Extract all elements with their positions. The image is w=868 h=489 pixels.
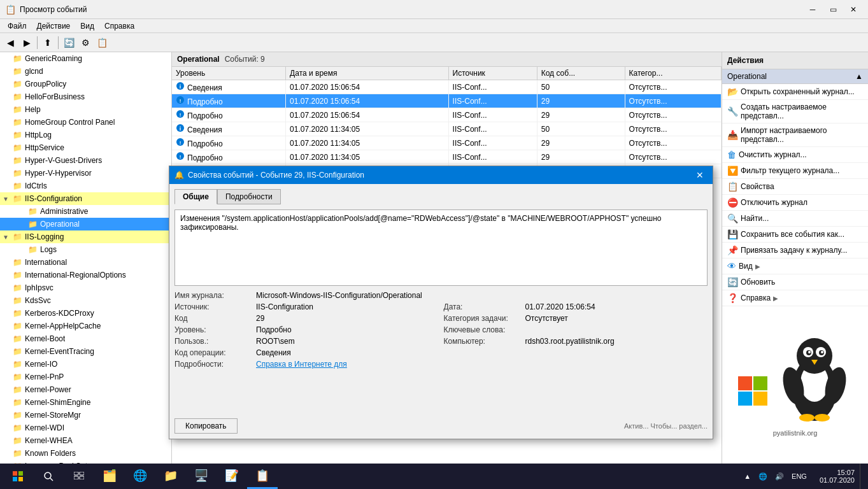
table-row[interactable]: iСведения01.07.2020 11:34:05IIS-Conf...5… [172,122,722,136]
actions-item[interactable]: 📋Свойства [722,179,868,195]
tree-item[interactable]: 📁Hyper-V-Hypervisor [0,167,171,180]
menu-action[interactable]: Действие [32,20,76,32]
tree-item[interactable]: 📁Kerberos-KDCProxy [0,307,171,320]
table-row[interactable]: iСведения01.07.2020 15:06:54IIS-Conf...5… [172,80,722,94]
tree-item[interactable]: 📁Kernel-PnP [0,371,171,383]
tree-item[interactable]: 📁HelloForBusiness [0,90,171,103]
toolbar-more[interactable]: 📋 [94,35,110,50]
title-bar-text: Просмотр событий [20,5,803,14]
toolbar-up[interactable]: ⬆ [40,35,55,50]
actions-item[interactable]: 📌Привязать задачу к журналу... [722,243,868,259]
toolbar-refresh[interactable]: 🔄 [61,35,76,50]
table-row[interactable]: !Подробно01.07.2020 15:06:54IIS-Conf...2… [172,108,722,122]
tree-item[interactable]: 📁Kernel-Power [0,383,171,396]
column-header[interactable]: Уровень [172,67,286,80]
tree-item[interactable]: 📁International-RegionalOptions [0,269,171,281]
control-panel-button[interactable]: 🖥️ [186,464,217,489]
tree-item[interactable]: ▼📁IIS-Configuration [0,192,171,205]
tree-item[interactable]: ▼📁IIS-Logging [0,230,171,243]
file-explorer-button[interactable]: 🗂️ [94,464,125,489]
details-link[interactable]: Справка в Интернете для [256,360,708,369]
tree-item[interactable]: 📁HttpService [0,141,171,154]
action-label: Обновить [741,278,775,287]
column-header[interactable]: Дата и время [286,67,449,80]
column-header[interactable]: Код соб... [537,67,625,80]
actions-item[interactable]: 🔽Фильтр текущего журнала... [722,163,868,179]
tree-item[interactable]: 📁HttpLog [0,129,171,141]
actions-item[interactable]: 🗑Очистить журнал... [722,147,868,163]
explorer-button2[interactable]: 📁 [155,464,186,489]
actions-item[interactable]: ⛔Отключить журнал [722,195,868,211]
modal-tab-general[interactable]: Общие [174,189,217,204]
tree-item[interactable]: 📁Operational [0,218,171,230]
tree-item[interactable]: 📁Kernel-EventTracing [0,345,171,358]
registry-button[interactable]: 📝 [217,464,247,489]
modal-close-button[interactable]: ✕ [692,169,708,181]
modal-title: Свойства событий - Событие 29, IIS-Confi… [188,171,692,180]
taskbar-search[interactable] [33,464,64,489]
column-header[interactable]: Источник [448,67,537,80]
taskview-button[interactable] [64,464,94,489]
edge-button[interactable]: 🌐 [125,464,155,489]
tree-item[interactable]: 📁International [0,256,171,269]
tree-item[interactable]: 📁Kernel-WDI [0,422,171,434]
level-label: Уровень: [174,325,251,334]
tree-item[interactable]: 📁Kernel-IO [0,358,171,371]
table-row[interactable]: !Подробно01.07.2020 11:34:05IIS-Conf...2… [172,136,722,150]
close-button[interactable]: ✕ [844,3,863,16]
tree-item[interactable]: 📁Kernel-AppHelpCache [0,320,171,332]
tree-item[interactable]: 📁GenericRoaming [0,52,171,65]
tree-item[interactable]: 📁GroupPolicy [0,78,171,90]
actions-item[interactable]: 💾Сохранить все события как... [722,227,868,243]
menu-file[interactable]: Файл [3,20,32,32]
copy-button[interactable]: Копировать [174,418,238,434]
table-row[interactable]: !Подробно01.07.2020 15:06:54IIS-Conf...2… [172,94,722,108]
actions-item[interactable]: 🔄Обновить [722,274,868,290]
toolbar-settings[interactable]: ⚙ [78,35,93,50]
tray-chevron[interactable]: ▲ [741,472,753,480]
submenu-arrow: ▶ [773,295,778,302]
tree-item[interactable]: 📁Kernel-StoreMgr [0,409,171,422]
tree-item[interactable]: 📁Help [0,103,171,116]
tree-item[interactable]: 📁HomeGroup Control Panel [0,116,171,129]
tree-item[interactable]: 📁IphIpsvc [0,281,171,294]
tree-item-label: Operational [40,220,80,229]
event-level: iСведения [172,80,286,94]
actions-item[interactable]: ❓Справка▶ [722,290,868,306]
toolbar-back[interactable]: ◀ [3,35,18,50]
tree-item[interactable]: 📁Known Folders [0,447,171,460]
menu-help[interactable]: Справка [99,20,139,32]
menu-view[interactable]: Вид [75,20,99,32]
event-viewer-taskbar[interactable]: 📋 [247,464,278,489]
tree-item[interactable]: 📁Logs [0,243,171,256]
maximize-button[interactable]: ▭ [823,3,843,16]
actions-item[interactable]: 📥Импорт настраиваемого представл... [722,124,868,147]
modal-tab-details[interactable]: Подробности [217,189,281,204]
column-header[interactable]: Категор... [625,67,721,80]
tree-item[interactable]: 📁IdCtrls [0,180,171,192]
event-properties-modal[interactable]: 🔔 Свойства событий - Событие 29, IIS-Con… [169,166,713,439]
table-row[interactable]: !Подробно01.07.2020 11:34:05IIS-Conf...2… [172,150,722,164]
tree-item[interactable]: 📁Hyper-V-Guest-Drivers [0,154,171,167]
actions-item[interactable]: 🔍Найти... [722,211,868,227]
tree-item[interactable]: 📁KdsSvc [0,294,171,307]
tree-item[interactable]: 📁Kernel-WHEA [0,434,171,447]
start-button[interactable] [3,464,33,489]
show-desktop[interactable] [860,464,865,489]
tree-item[interactable]: 📁Kernel-Boot [0,332,171,345]
tree-item[interactable]: 📁Administrative [0,205,171,218]
svg-point-30 [799,414,815,422]
actions-item[interactable]: 🔧Создать настраиваемое представл... [722,100,868,124]
tray-volume[interactable]: 🔊 [772,472,786,481]
toolbar-forward[interactable]: ▶ [19,35,34,50]
taskbar-clock[interactable]: 15:07 01.07.2020 [815,469,860,484]
minimize-button[interactable]: ─ [803,3,822,16]
code-value: 29 [256,314,439,323]
tree-item[interactable]: 📁glcnd [0,65,171,78]
tray-network[interactable]: 🌐 [756,472,770,481]
svg-text:i: i [180,125,181,132]
tree-item[interactable]: 📁Kernel-ShimEngine [0,396,171,409]
actions-item[interactable]: 👁Вид▶ [722,259,868,274]
tray-lang[interactable]: ENG [789,472,809,480]
actions-item[interactable]: 📂Открыть сохраненный журнал... [722,84,868,100]
